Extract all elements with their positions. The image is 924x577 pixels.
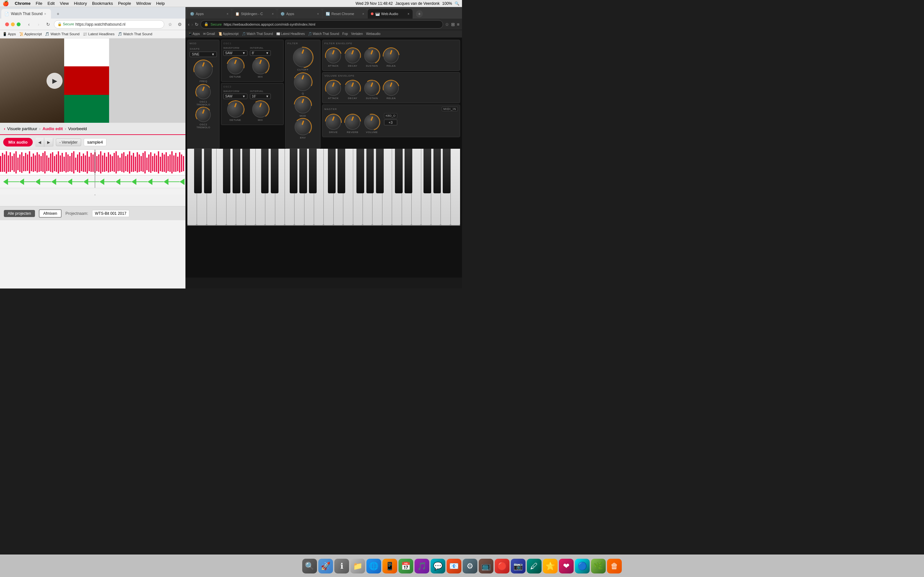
file-menu[interactable]: File [36,1,42,6]
bm-webaudio[interactable]: Webaudio [366,32,381,35]
bookmarks-menu[interactable]: Bookmarks [92,1,113,6]
bm-headlines-r[interactable]: 📰 Latest Headlines [276,32,305,35]
osc2-waveform-select[interactable]: SAW ▼ [223,93,247,99]
fe-sustain-knob[interactable] [364,48,380,63]
minimize-button[interactable] [11,23,15,26]
bookmark-applescript[interactable]: 📜 Applescript [19,32,42,36]
black-key-11[interactable] [328,149,336,193]
reverb-knob[interactable] [345,114,360,130]
osc2-mix-knob[interactable] [252,101,269,118]
bookmark-wts2[interactable]: 🎵 Watch That Sound [118,32,152,36]
tab-watch-that-sound[interactable]: 📄 Watch That Sound × [1,9,51,19]
black-key-12[interactable] [338,149,345,193]
piano-keyboard[interactable] [187,149,460,226]
close-tab-1[interactable]: × [226,12,228,16]
search-icon[interactable]: 🔍 [455,1,459,6]
refresh-btn-right[interactable]: ↻ [195,22,199,27]
tab-close-dot[interactable] [371,13,373,15]
view-menu[interactable]: View [60,1,69,6]
afmixen-button[interactable]: Afmixen [39,210,61,218]
sample-name-field[interactable]: sample4 [84,138,107,146]
ve-sustain-knob[interactable] [364,81,380,96]
right-address-bar[interactable]: 🔒 Secure https://webaudiodemos.appspot.c… [200,20,443,29]
play-transport-button[interactable]: ▶ [44,138,53,147]
black-key-2[interactable] [204,149,212,193]
filter-mod-knob[interactable] [294,97,311,113]
back-button[interactable]: ‹ [25,21,33,28]
tab-apps-1[interactable]: ⚙️ Apps × [187,9,232,19]
ve-release-knob[interactable] [383,81,399,96]
black-key-13[interactable] [357,149,364,193]
ve-attack-knob[interactable] [326,81,341,96]
breadcrumb-visuele[interactable]: Visuele partituur [7,126,37,131]
alle-projecten-button[interactable]: Alle projecten [4,210,35,217]
black-key-14[interactable] [367,149,374,193]
new-tab-button[interactable]: + [54,10,62,18]
breadcrumb-voorbeeld[interactable]: Voorbeeld [68,126,87,131]
bm-wts-r[interactable]: 🎵 Watch That Sound [242,32,273,35]
bm-apps-r[interactable]: 📱 Apps [188,32,200,35]
close-tab-3[interactable]: × [317,12,319,16]
black-key-19[interactable] [433,149,441,193]
bookmark-apps[interactable]: 📱 Apps [3,32,16,36]
osc1-waveform-select[interactable]: SAW ▼ [223,50,247,56]
osc1-interval-select[interactable]: 8' ▼ [250,50,271,56]
people-menu[interactable]: People [118,1,131,6]
extensions-button[interactable]: ⚙ [176,21,184,28]
black-key-17[interactable] [405,149,412,193]
osc1-mix-knob[interactable] [252,58,269,74]
black-key-4[interactable] [233,149,240,193]
osc2-detune-knob[interactable] [227,101,244,118]
volume-knob[interactable] [364,114,380,130]
black-key-3[interactable] [223,149,231,193]
close-tab-2[interactable]: × [272,12,274,16]
play-button[interactable]: ▶ [47,73,63,89]
black-key-15[interactable] [376,149,384,193]
fe-attack-knob[interactable] [326,48,341,63]
close-button[interactable] [5,23,9,26]
bookmark-wts[interactable]: 🎵 Watch That Sound [45,32,79,36]
black-key-9[interactable] [299,149,307,193]
q-knob[interactable] [294,73,312,91]
osc1-tremolo-knob[interactable] [196,85,211,99]
star-button[interactable]: ☆ [166,21,174,28]
star-btn-right[interactable]: ☆ [445,22,449,27]
tab-reset-chrome[interactable]: 🔄 Reset Chrome × [322,9,367,19]
refresh-button[interactable]: ↻ [44,21,52,28]
edit-menu[interactable]: Edit [47,1,55,6]
window-menu[interactable]: Window [136,1,151,6]
bm-gmail[interactable]: ✉ Gmail [203,32,215,35]
cutoff-knob[interactable] [293,47,313,67]
verwijder-button[interactable]: - Verwijder [56,139,81,146]
bookmark-headlines[interactable]: 📰 Latest Headlines [83,32,115,36]
tab-web-audio[interactable]: 🎹 Web Audio × [368,9,413,19]
black-key-8[interactable] [290,149,297,193]
rewind-button[interactable]: ◀ [35,138,44,147]
drive-knob[interactable] [326,114,341,130]
bm-applescript-r[interactable]: 📜 Applescript [218,32,239,35]
mix-audio-button[interactable]: Mix audio [3,138,33,147]
osc2-interval-select[interactable]: 16' ▼ [250,93,271,99]
bm-wts-r2[interactable]: 🎵 Watch That Sound [308,32,339,35]
osc2-tremolo-knob[interactable] [196,107,211,122]
address-bar[interactable]: 🔒 Secure https://app.watchthatsound.nl [54,20,164,29]
ve-decay-knob[interactable] [345,81,360,96]
fe-decay-knob[interactable] [345,48,360,63]
osc1-detune-knob[interactable] [227,58,244,74]
ext-btn-right[interactable]: ⊞ [451,22,455,27]
black-key-7[interactable] [271,149,278,193]
close-tab-5[interactable]: × [407,12,409,16]
black-key-5[interactable] [242,149,250,193]
black-key-18[interactable] [423,149,431,193]
help-menu[interactable]: Help [156,1,165,6]
black-key-6[interactable] [261,149,269,193]
black-key-10[interactable] [309,149,317,193]
apple-menu[interactable]: 🍎 [3,0,9,6]
back-btn-right[interactable]: ‹ [188,22,190,27]
fe-release-knob[interactable] [383,48,399,63]
maximize-button[interactable] [17,23,21,26]
shape-select[interactable]: SINE ▼ [190,52,217,57]
app-menu[interactable]: Chrome [15,1,31,6]
black-key-20[interactable] [443,149,451,193]
white-key-24[interactable] [411,149,421,226]
